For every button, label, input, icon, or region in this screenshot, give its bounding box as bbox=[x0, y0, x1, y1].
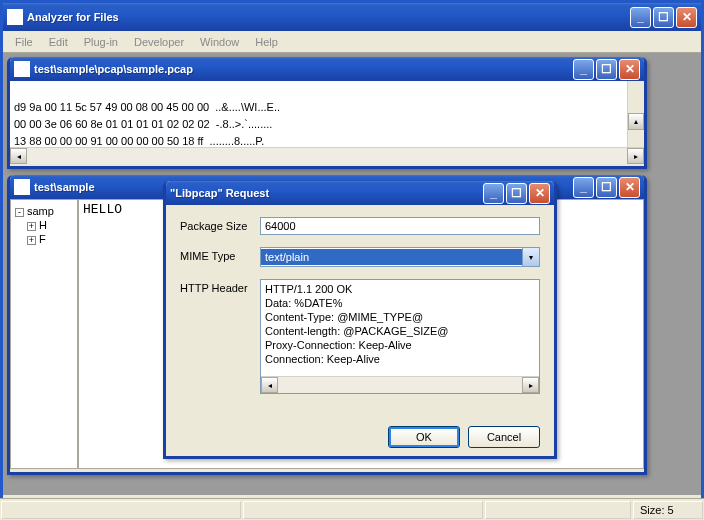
mime-type-label: MIME Type bbox=[180, 247, 260, 262]
scroll-left-icon[interactable]: ◂ bbox=[10, 148, 27, 164]
package-size-label: Package Size bbox=[180, 217, 260, 232]
menu-edit[interactable]: Edit bbox=[41, 34, 76, 50]
tree-maximize-button[interactable]: ☐ bbox=[596, 177, 617, 198]
hex-window: test\sample\pcap\sample.pcap _ ☐ ✕ d9 9a… bbox=[7, 57, 647, 169]
ok-button[interactable]: OK bbox=[388, 426, 460, 448]
scroll-right-icon[interactable]: ▸ bbox=[522, 377, 539, 393]
dialog-close-button[interactable]: ✕ bbox=[529, 183, 550, 204]
hex-window-title: test\sample\pcap\sample.pcap bbox=[34, 63, 573, 75]
status-cell bbox=[485, 501, 631, 519]
menubar: File Edit Plug-in Developer Window Help bbox=[3, 31, 701, 53]
statusbar: Size: 5 bbox=[0, 498, 704, 520]
main-titlebar: Analyzer for Files _ ☐ ✕ bbox=[3, 3, 701, 31]
request-dialog: "Libpcap" Request _ ☐ ✕ Package Size MIM… bbox=[163, 181, 557, 459]
tree-node[interactable]: F bbox=[39, 233, 46, 245]
status-cell bbox=[243, 501, 483, 519]
menu-developer[interactable]: Developer bbox=[126, 34, 192, 50]
menu-help[interactable]: Help bbox=[247, 34, 286, 50]
mdi-area: test\sample\pcap\sample.pcap _ ☐ ✕ d9 9a… bbox=[3, 53, 701, 495]
hex-close-button[interactable]: ✕ bbox=[619, 59, 640, 80]
chevron-down-icon[interactable]: ▾ bbox=[522, 248, 539, 266]
dialog-minimize-button[interactable]: _ bbox=[483, 183, 504, 204]
tree-close-button[interactable]: ✕ bbox=[619, 177, 640, 198]
document-icon bbox=[14, 179, 30, 195]
main-maximize-button[interactable]: ☐ bbox=[653, 7, 674, 28]
package-size-input[interactable] bbox=[260, 217, 540, 235]
cancel-button[interactable]: Cancel bbox=[468, 426, 540, 448]
http-header-value: HTTP/1.1 200 OK Data: %DATE% Content-Typ… bbox=[261, 280, 539, 376]
expand-icon[interactable]: + bbox=[27, 236, 36, 245]
hex-vscroll[interactable]: ▴ bbox=[627, 81, 644, 147]
main-title: Analyzer for Files bbox=[27, 11, 630, 23]
mime-type-value: text/plain bbox=[261, 249, 522, 265]
dialog-maximize-button[interactable]: ☐ bbox=[506, 183, 527, 204]
status-cell bbox=[1, 501, 241, 519]
scroll-up-icon[interactable]: ▴ bbox=[628, 113, 644, 130]
scroll-left-icon[interactable]: ◂ bbox=[261, 377, 278, 393]
tree-node[interactable]: H bbox=[39, 219, 47, 231]
hex-view[interactable]: d9 9a 00 11 5c 57 49 00 08 00 45 00 00 .… bbox=[10, 81, 644, 147]
tree-minimize-button[interactable]: _ bbox=[573, 177, 594, 198]
document-icon bbox=[14, 61, 30, 77]
hex-hscroll[interactable]: ◂ ▸ bbox=[10, 147, 644, 164]
menu-window[interactable]: Window bbox=[192, 34, 247, 50]
main-close-button[interactable]: ✕ bbox=[676, 7, 697, 28]
dialog-title: "Libpcap" Request bbox=[170, 187, 483, 199]
scroll-right-icon[interactable]: ▸ bbox=[627, 148, 644, 164]
status-size: Size: 5 bbox=[633, 501, 703, 519]
hex-minimize-button[interactable]: _ bbox=[573, 59, 594, 80]
mime-type-select[interactable]: text/plain ▾ bbox=[260, 247, 540, 267]
hex-maximize-button[interactable]: ☐ bbox=[596, 59, 617, 80]
app-icon bbox=[7, 9, 23, 25]
tree-view[interactable]: -samp +H +F bbox=[10, 199, 78, 469]
main-minimize-button[interactable]: _ bbox=[630, 7, 651, 28]
menu-plugin[interactable]: Plug-in bbox=[76, 34, 126, 50]
http-header-textarea[interactable]: HTTP/1.1 200 OK Data: %DATE% Content-Typ… bbox=[260, 279, 540, 394]
expand-icon[interactable]: + bbox=[27, 222, 36, 231]
tree-root[interactable]: samp bbox=[27, 205, 54, 217]
collapse-icon[interactable]: - bbox=[15, 208, 24, 217]
http-header-label: HTTP Header bbox=[180, 279, 260, 294]
menu-file[interactable]: File bbox=[7, 34, 41, 50]
